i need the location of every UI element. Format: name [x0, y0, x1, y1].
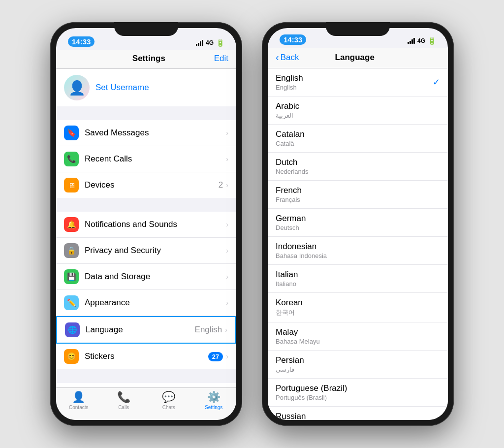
lang-persian[interactable]: Persian فارسی — [268, 351, 448, 379]
tab-contacts[interactable]: 👤 Contacts — [56, 391, 101, 410]
notch-2 — [326, 22, 390, 36]
lang-malay[interactable]: Malay Bahasa Melayu — [268, 322, 448, 351]
notifications-label: Notifications and Sounds — [85, 220, 226, 229]
appearance-label: Appearance — [85, 298, 226, 308]
chevron-notifications: › — [226, 221, 228, 228]
lang-malay-text: Malay Bahasa Melayu — [276, 327, 320, 345]
settings-item-appearance[interactable]: ✏️ Appearance › — [56, 290, 236, 316]
nav-bar-settings: Settings Edit — [56, 50, 236, 69]
settings-item-data[interactable]: 💾 Data and Storage › — [56, 264, 236, 290]
lang-arabic[interactable]: Arabic العربية — [268, 96, 448, 125]
tab-calls[interactable]: 📞 Calls — [101, 391, 147, 410]
tab-chats[interactable]: 💬 Chats — [146, 391, 191, 410]
settings-item-privacy[interactable]: 🔒 Privacy and Security › — [56, 238, 236, 264]
lang-malay-name: Malay — [276, 327, 320, 337]
lang-french[interactable]: French Français — [268, 181, 448, 209]
lang-german[interactable]: German Deutsch — [268, 209, 448, 237]
phones-container: 14:33 4G 🔋 Settings Edit — [50, 22, 454, 426]
chevron-stickers: › — [226, 352, 228, 360]
tab-settings[interactable]: ⚙️ Settings — [191, 391, 237, 410]
lang-persian-name: Persian — [276, 355, 304, 365]
lang-german-name: German — [276, 214, 306, 224]
nav-title-settings: Settings — [132, 54, 165, 64]
lang-english[interactable]: English English ✓ — [268, 68, 448, 96]
lang-indonesian-text: Indonesian Bahasa Indonesia — [276, 242, 327, 259]
lang-dutch-name: Dutch — [276, 158, 309, 167]
network-2: 4G — [417, 37, 425, 44]
contacts-tab-label: Contacts — [69, 405, 88, 410]
data-label: Data and Storage — [85, 272, 226, 282]
calls-tab-label: Calls — [118, 405, 129, 410]
lang-portuguese[interactable]: Portuguese (Brazil) Português (Brasil) — [268, 379, 448, 407]
settings-item-devices[interactable]: 🖥 Devices 2 › — [56, 172, 236, 198]
devices-label: Devices — [85, 180, 219, 190]
language-list[interactable]: English English ✓ Arabic العربية Catalan… — [268, 68, 448, 420]
settings-scroll[interactable]: 👤 Set Username 🔖 Saved Messages › — [56, 69, 236, 387]
language-label: Language — [86, 325, 195, 335]
signal-bars-2 — [408, 38, 415, 44]
status-right-1: 4G 🔋 — [196, 39, 224, 47]
stickers-badge: 27 — [208, 352, 223, 361]
lang-persian-native: فارسی — [276, 366, 304, 373]
lang-russian[interactable]: Russian Русский — [268, 407, 448, 420]
settings-group-3: 💬 Ask a Question › ❓ Telegram FAQ › — [56, 383, 236, 387]
calls-tab-icon: 📞 — [117, 391, 130, 404]
lang-dutch-native: Nederlands — [276, 168, 309, 175]
chevron-devices: › — [226, 181, 228, 189]
lang-malay-native: Bahasa Melayu — [276, 338, 320, 345]
settings-tab-icon: ⚙️ — [207, 391, 220, 404]
lang-catalan-text: Catalan Català — [276, 129, 305, 147]
lang-russian-text: Russian Русский — [276, 412, 306, 420]
lang-catalan[interactable]: Catalan Català — [268, 125, 448, 153]
bar2 — [198, 43, 199, 46]
stickers-icon: 😊 — [64, 349, 79, 364]
avatar: 👤 — [64, 75, 90, 100]
settings-group-1: 🔖 Saved Messages › 📞 Recent Calls › — [56, 120, 236, 198]
profile-section: 👤 Set Username — [56, 69, 236, 106]
settings-item-stickers[interactable]: 😊 Stickers 27 › — [56, 344, 236, 369]
lang-arabic-text: Arabic العربية — [276, 101, 299, 119]
notch — [114, 22, 178, 36]
status-time-1: 14:33 — [68, 36, 94, 47]
settings-item-calls[interactable]: 📞 Recent Calls › — [56, 146, 236, 172]
lang-french-native: Français — [276, 196, 302, 203]
lang-arabic-native: العربية — [276, 112, 299, 119]
lang-french-text: French Français — [276, 186, 302, 203]
chevron-privacy: › — [226, 247, 228, 255]
devices-value: 2 — [219, 180, 223, 190]
chevron-data: › — [226, 273, 228, 281]
lang-italian[interactable]: Italian Italiano — [268, 265, 448, 293]
lang-portuguese-native: Português (Brasil) — [276, 394, 347, 401]
lang-indonesian[interactable]: Indonesian Bahasa Indonesia — [268, 237, 448, 265]
lang-english-native: English — [276, 84, 303, 91]
screen-language: 14:33 4G 🔋 ‹ Back L — [268, 28, 448, 420]
bar1b — [408, 42, 409, 44]
bar4b — [413, 38, 415, 44]
battery-2: 🔋 — [428, 37, 436, 45]
lang-english-check: ✓ — [433, 77, 440, 88]
battery-1: 🔋 — [216, 39, 224, 47]
set-username[interactable]: Set Username — [95, 83, 149, 93]
status-right-2: 4G 🔋 — [408, 37, 436, 45]
settings-item-language[interactable]: 🌐 Language English › — [56, 316, 236, 344]
edit-button[interactable]: Edit — [214, 54, 228, 64]
settings-item-saved[interactable]: 🔖 Saved Messages › — [56, 120, 236, 146]
back-chevron: ‹ — [276, 52, 279, 63]
settings-item-notifications[interactable]: 🔔 Notifications and Sounds › — [56, 212, 236, 238]
lang-french-name: French — [276, 186, 302, 195]
tab-bar: 👤 Contacts 📞 Calls 💬 Chats ⚙️ Settings — [56, 387, 236, 420]
lang-arabic-name: Arabic — [276, 101, 299, 111]
contacts-tab-icon: 👤 — [72, 391, 85, 404]
back-button[interactable]: ‹ Back — [276, 52, 299, 63]
recent-calls-label: Recent Calls — [85, 154, 226, 164]
lang-catalan-native: Català — [276, 140, 305, 147]
settings-item-ask[interactable]: 💬 Ask a Question › — [56, 383, 236, 387]
phone-settings: 14:33 4G 🔋 Settings Edit — [50, 22, 242, 426]
lang-portuguese-text: Portuguese (Brazil) Português (Brasil) — [276, 384, 347, 401]
lang-dutch[interactable]: Dutch Nederlands — [268, 153, 448, 181]
chevron-calls: › — [226, 155, 228, 163]
status-time-2: 14:33 — [280, 34, 306, 45]
devices-icon: 🖥 — [64, 178, 79, 192]
chevron-saved: › — [226, 129, 228, 137]
lang-korean[interactable]: Korean 한국어 — [268, 293, 448, 322]
